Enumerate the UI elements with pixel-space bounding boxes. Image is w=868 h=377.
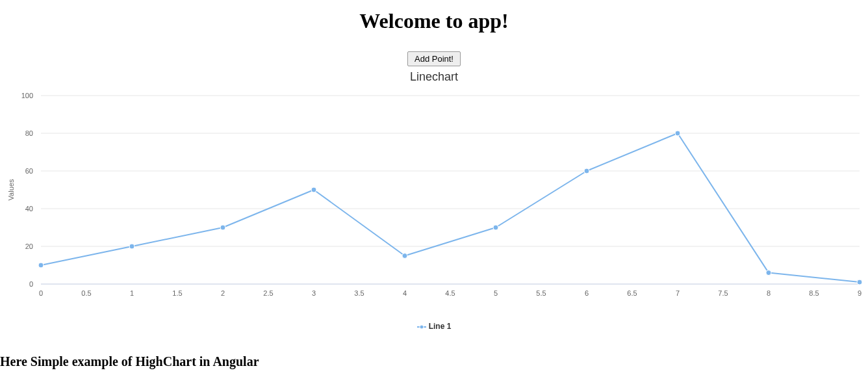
page-heading: Welcome to app! bbox=[0, 9, 868, 33]
svg-point-40 bbox=[675, 131, 680, 136]
svg-point-42 bbox=[857, 280, 862, 285]
chart-title: Linechart bbox=[0, 70, 868, 84]
svg-text:0: 0 bbox=[39, 289, 43, 297]
svg-text:60: 60 bbox=[25, 167, 33, 175]
svg-point-35 bbox=[220, 225, 225, 230]
svg-text:0.5: 0.5 bbox=[81, 289, 91, 297]
add-point-button[interactable]: Add Point! bbox=[407, 51, 461, 66]
svg-text:80: 80 bbox=[25, 129, 33, 137]
svg-text:5: 5 bbox=[494, 289, 498, 297]
svg-point-41 bbox=[766, 270, 771, 276]
svg-text:100: 100 bbox=[21, 92, 33, 99]
svg-point-39 bbox=[584, 168, 589, 174]
svg-point-44 bbox=[420, 325, 424, 329]
svg-text:1.5: 1.5 bbox=[172, 289, 182, 297]
svg-text:3.5: 3.5 bbox=[354, 289, 364, 297]
svg-text:5.5: 5.5 bbox=[536, 289, 546, 297]
svg-text:6.5: 6.5 bbox=[627, 289, 637, 297]
chart-legend[interactable]: Line 1 bbox=[0, 322, 868, 331]
svg-text:2: 2 bbox=[221, 289, 225, 297]
svg-text:1: 1 bbox=[130, 289, 134, 297]
svg-text:Values: Values bbox=[7, 179, 15, 200]
svg-text:2.5: 2.5 bbox=[263, 289, 273, 297]
svg-point-34 bbox=[129, 244, 134, 249]
svg-text:0: 0 bbox=[29, 280, 33, 288]
svg-text:4: 4 bbox=[403, 289, 407, 297]
svg-point-33 bbox=[38, 263, 44, 268]
svg-text:8.5: 8.5 bbox=[809, 289, 819, 297]
legend-marker-icon bbox=[417, 323, 426, 331]
line-chart: Linechart 02040608010000.511.522.533.544… bbox=[0, 70, 868, 331]
svg-text:8: 8 bbox=[767, 289, 771, 297]
svg-text:3: 3 bbox=[312, 289, 316, 297]
svg-text:7.5: 7.5 bbox=[718, 289, 728, 297]
svg-text:4.5: 4.5 bbox=[445, 289, 455, 297]
svg-point-37 bbox=[402, 254, 407, 259]
page-subheading: Here Simple example of HighChart in Angu… bbox=[0, 354, 868, 369]
legend-label: Line 1 bbox=[429, 322, 452, 331]
svg-text:6: 6 bbox=[585, 289, 589, 297]
svg-text:7: 7 bbox=[676, 289, 680, 297]
svg-text:9: 9 bbox=[858, 289, 862, 297]
svg-point-36 bbox=[311, 187, 316, 192]
svg-text:40: 40 bbox=[25, 205, 33, 213]
svg-point-38 bbox=[493, 225, 498, 230]
svg-text:20: 20 bbox=[25, 242, 33, 250]
